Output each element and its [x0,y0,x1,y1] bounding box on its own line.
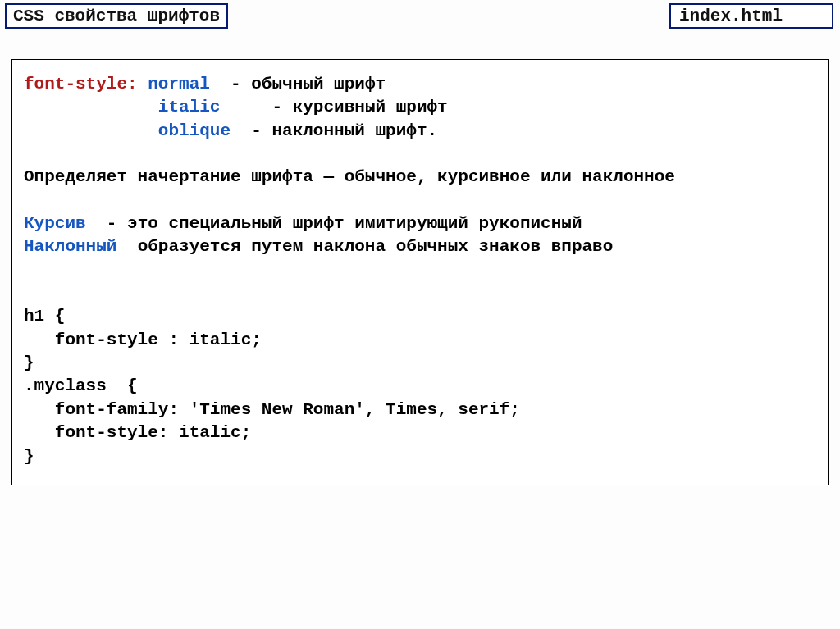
slide: CSS свойства шрифтов index.html font-sty… [0,0,840,629]
code-line: font-style : italic; [24,330,262,349]
term-oblique-desc: образуется путем наклона обычных знаков … [116,237,613,256]
summary-line: Определяет начертание шрифта — обычное, … [24,167,675,186]
filename-text: index.html [679,7,783,25]
term-cursive: Курсив [24,214,86,233]
slide-title: CSS свойства шрифтов [5,3,228,29]
css-value-oblique: oblique [158,121,231,140]
code-line: h1 { [24,307,65,326]
desc-normal: - обычный шрифт [210,75,386,93]
code-line: .myclass { [24,376,138,395]
desc-oblique: - наклонный шрифт. [231,121,437,140]
code-line: font-family: 'Times New Roman', Times, s… [24,400,520,419]
code-line: } [24,353,34,372]
css-property: font-style: [24,75,138,93]
desc-italic: - курсивный шрифт [220,98,447,116]
code-block: font-style: normal - обычный шрифт itali… [11,59,829,485]
title-text: CSS свойства шрифтов [13,7,220,25]
filename-label: index.html [669,3,833,29]
css-value-italic: italic [158,98,221,116]
term-oblique: Наклонный [24,237,116,256]
css-value-normal: normal [148,75,210,93]
code-line: } [24,447,34,466]
code-line: font-style: italic; [24,423,251,442]
term-cursive-desc: - это специальный шрифт имитирующий руко… [86,214,582,233]
